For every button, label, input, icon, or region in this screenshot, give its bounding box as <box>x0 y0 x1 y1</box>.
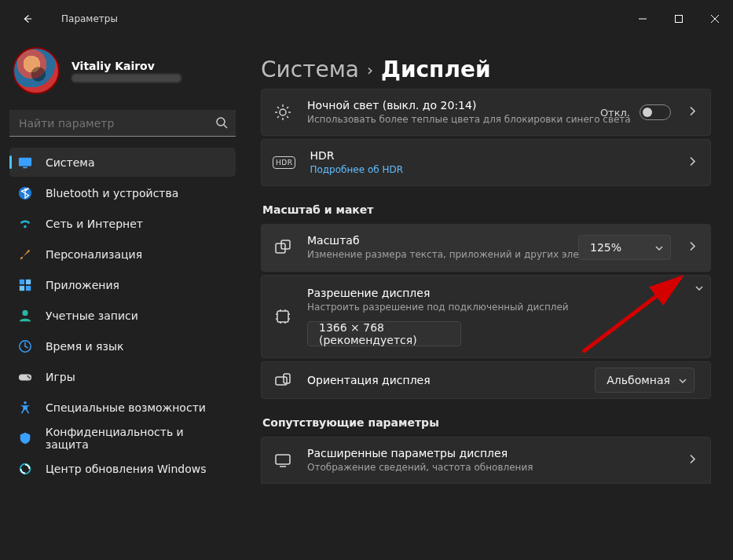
chevron-down-icon <box>654 243 664 255</box>
profile-name: Vitaliy Kairov <box>71 60 181 72</box>
chevron-right-icon[interactable] <box>688 156 696 170</box>
profile[interactable]: Vitaliy Kairov <box>9 41 236 110</box>
bluetooth-icon <box>17 185 33 201</box>
resolution-dropdown[interactable]: 1366 × 768 (рекомендуется) <box>307 321 461 346</box>
wifi-icon <box>17 216 33 232</box>
card-subtitle: Настроить разрешение под подключенный ди… <box>307 301 690 313</box>
chevron-down-icon <box>695 283 704 295</box>
chevron-down-icon <box>678 375 687 388</box>
sidebar-item-privacy[interactable]: Конфиденциальность и защита <box>9 423 236 452</box>
dropdown-value: 1366 × 768 (рекомендуется) <box>319 321 437 346</box>
svg-rect-1 <box>676 16 683 23</box>
card-orientation[interactable]: Ориентация дисплея Альбомная <box>261 361 711 399</box>
orientation-dropdown[interactable]: Альбомная <box>595 368 695 393</box>
breadcrumb-parent[interactable]: Система <box>261 57 359 82</box>
card-resolution[interactable]: Разрешение дисплея Настроить разрешение … <box>261 275 711 358</box>
svg-point-20 <box>280 109 286 115</box>
card-scale[interactable]: Масштаб Изменение размера текста, прилож… <box>261 224 711 271</box>
svg-rect-9 <box>20 279 24 284</box>
svg-rect-12 <box>26 285 31 290</box>
dropdown-value: 125% <box>590 241 621 254</box>
breadcrumb: Система › Дисплей <box>261 57 711 82</box>
sidebar-item-games[interactable]: Игры <box>9 362 236 391</box>
sidebar-item-accessibility[interactable]: Специальные возможности <box>9 393 236 422</box>
svg-line-25 <box>277 107 279 108</box>
hdr-icon: HDR <box>273 156 295 169</box>
display-icon <box>17 155 33 170</box>
shield-icon <box>17 430 33 446</box>
sidebar-item-label: Игры <box>46 371 75 383</box>
search-input[interactable] <box>9 110 236 137</box>
maximize-button[interactable] <box>661 6 697 31</box>
chevron-right-icon[interactable] <box>688 105 696 120</box>
search-icon <box>215 116 228 132</box>
monitor-icon <box>273 452 293 469</box>
dropdown-value: Альбомная <box>607 374 670 386</box>
sidebar-item-system[interactable]: Система <box>9 148 236 177</box>
sidebar-item-apps[interactable]: Приложения <box>9 270 236 299</box>
card-subtitle: Отображение сведений, частота обновления <box>307 461 669 474</box>
person-icon <box>17 308 33 324</box>
card-link[interactable]: Подробнее об HDR <box>310 163 669 176</box>
sidebar-item-update[interactable]: Центр обновления Windows <box>9 454 236 483</box>
sidebar-item-label: Система <box>46 156 94 169</box>
sidebar-item-bluetooth[interactable]: Bluetooth и устройства <box>9 178 236 207</box>
svg-point-16 <box>27 375 28 376</box>
minimize-button[interactable] <box>625 6 661 31</box>
card-title: Разрешение дисплея <box>307 287 690 299</box>
card-hdr[interactable]: HDR HDR Подробнее об HDR <box>261 139 711 186</box>
card-title: Расширенные параметры дисплея <box>307 447 669 459</box>
svg-rect-11 <box>20 285 24 290</box>
chevron-right-icon[interactable] <box>688 452 696 467</box>
sidebar-item-label: Время и язык <box>46 340 123 353</box>
profile-email <box>71 74 181 82</box>
svg-rect-6 <box>19 157 31 166</box>
toggle-label: Откл. <box>600 107 630 119</box>
gamepad-icon <box>17 369 33 385</box>
back-button[interactable] <box>9 6 46 31</box>
svg-line-5 <box>224 125 227 128</box>
svg-rect-31 <box>277 311 288 322</box>
sidebar-item-label: Персонализация <box>46 248 142 261</box>
resolution-icon <box>273 308 293 325</box>
close-button[interactable] <box>697 6 733 31</box>
scale-icon <box>273 239 293 256</box>
svg-line-28 <box>277 116 279 118</box>
orientation-icon <box>273 372 293 389</box>
sidebar-item-label: Сеть и Интернет <box>46 218 143 230</box>
chevron-right-icon[interactable] <box>688 240 696 255</box>
sidebar-item-time[interactable]: Время и язык <box>9 331 236 361</box>
card-advanced-display[interactable]: Расширенные параметры дисплея Отображени… <box>261 437 711 484</box>
sidebar-item-accounts[interactable]: Учетные записи <box>9 301 236 330</box>
apps-icon <box>17 277 33 293</box>
update-icon <box>17 461 33 477</box>
svg-rect-42 <box>276 455 290 464</box>
sidebar-item-label: Bluetooth и устройства <box>46 187 178 199</box>
svg-rect-7 <box>23 167 27 168</box>
card-night-light[interactable]: Ночной свет (выкл. до 20:14) Использоват… <box>261 89 711 136</box>
sidebar-item-label: Конфиденциальность и защита <box>46 426 228 451</box>
sidebar-item-label: Приложения <box>46 279 119 291</box>
sidebar-item-label: Учетные записи <box>46 309 138 322</box>
svg-point-4 <box>217 118 225 126</box>
svg-point-17 <box>28 376 30 378</box>
brush-icon <box>17 247 33 262</box>
sidebar-item-network[interactable]: Сеть и Интернет <box>9 209 236 238</box>
search-box[interactable] <box>9 110 236 137</box>
breadcrumb-current: Дисплей <box>381 57 491 82</box>
section-scale-layout: Масштаб и макет <box>262 203 711 216</box>
svg-line-26 <box>287 116 288 118</box>
scale-dropdown[interactable]: 125% <box>578 235 671 260</box>
accessibility-icon <box>17 400 33 415</box>
sidebar-item-personalization[interactable]: Персонализация <box>9 240 236 269</box>
globe-clock-icon <box>17 339 33 354</box>
night-light-toggle[interactable] <box>640 104 671 120</box>
window-title: Параметры <box>61 13 118 24</box>
svg-line-27 <box>287 107 288 108</box>
card-title: HDR <box>310 149 669 162</box>
sun-icon <box>273 104 293 121</box>
chevron-right-icon: › <box>367 60 373 79</box>
svg-point-18 <box>24 401 27 404</box>
svg-rect-10 <box>26 279 31 284</box>
svg-rect-29 <box>276 243 285 253</box>
